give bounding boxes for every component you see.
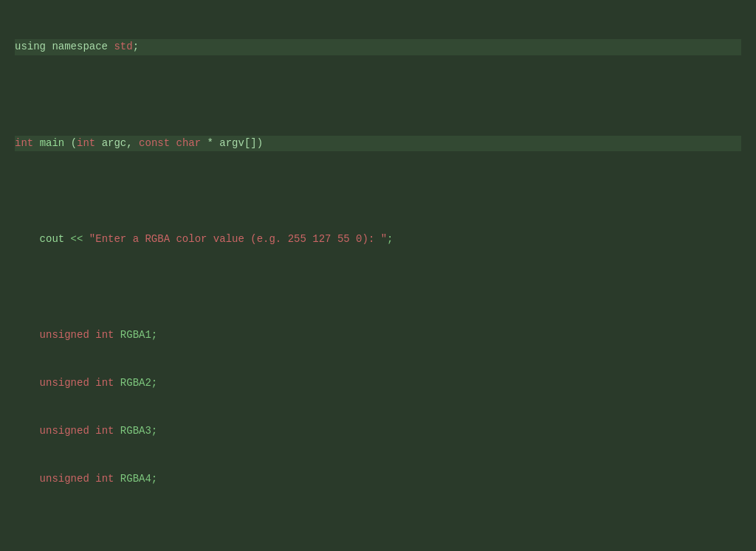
line-3: cout << "Enter a RGBA color value (e.g. …: [15, 232, 741, 248]
line-5: unsigned int RGBA2;: [15, 375, 741, 392]
line-7: unsigned int RGBA4;: [15, 471, 741, 488]
code-editor: using namespace std; int main (int argc,…: [15, 7, 741, 551]
line-4: unsigned int RGBA1;: [15, 328, 741, 344]
line-blank-3: [15, 280, 741, 296]
line-2: int main (int argc, const char * argv[]): [15, 136, 741, 152]
line-blank-1: [15, 87, 741, 103]
line-1: using namespace std;: [15, 39, 741, 55]
line-blank-2: [15, 184, 741, 200]
line-6: unsigned int RGBA3;: [15, 423, 741, 440]
line-blank-4: [15, 519, 741, 536]
